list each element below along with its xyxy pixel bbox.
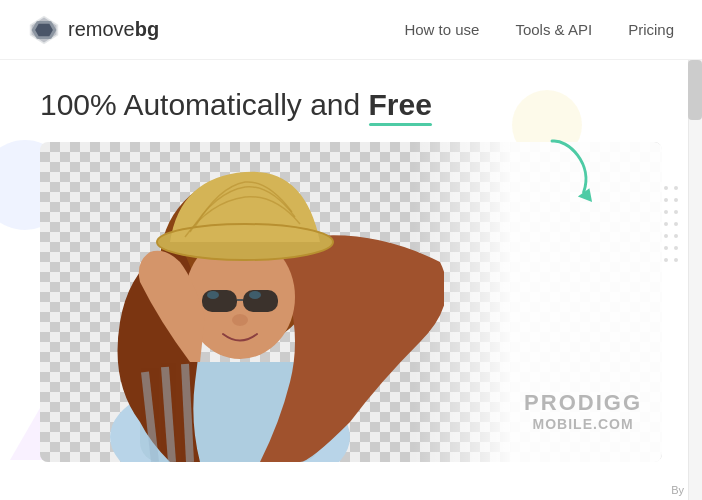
logo-icon xyxy=(28,14,60,46)
svg-point-6 xyxy=(664,198,668,202)
svg-point-12 xyxy=(674,186,678,190)
attribution: By xyxy=(671,484,684,496)
navbar: removebg How to use Tools & API Pricing xyxy=(0,0,702,60)
svg-point-31 xyxy=(232,314,248,326)
svg-point-5 xyxy=(664,186,668,190)
logo-text: removebg xyxy=(68,18,159,41)
svg-point-14 xyxy=(674,210,678,214)
nav-link-pricing[interactable]: Pricing xyxy=(628,21,674,38)
scrollbar[interactable] xyxy=(688,60,702,500)
scrollbar-thumb[interactable] xyxy=(688,60,702,120)
svg-point-11 xyxy=(664,258,668,262)
svg-point-29 xyxy=(207,291,219,299)
hero-free-word: Free xyxy=(369,88,432,122)
svg-point-16 xyxy=(674,234,678,238)
svg-point-7 xyxy=(664,210,668,214)
svg-point-10 xyxy=(664,246,668,250)
svg-point-17 xyxy=(674,246,678,250)
svg-point-15 xyxy=(674,222,678,226)
svg-point-9 xyxy=(664,234,668,238)
svg-rect-26 xyxy=(202,290,237,312)
deco-dots xyxy=(662,180,680,284)
svg-point-30 xyxy=(249,291,261,299)
logo[interactable]: removebg xyxy=(28,14,159,46)
nav-link-tools-api[interactable]: Tools & API xyxy=(515,21,592,38)
svg-marker-3 xyxy=(35,23,53,35)
watermark: PRODIGG MOBILE.COM xyxy=(524,390,642,432)
svg-point-13 xyxy=(674,198,678,202)
svg-point-18 xyxy=(674,258,678,262)
svg-point-8 xyxy=(664,222,668,226)
deco-arrow xyxy=(525,124,618,221)
nav-link-how-to-use[interactable]: How to use xyxy=(404,21,479,38)
svg-rect-27 xyxy=(243,290,278,312)
woman-figure xyxy=(40,142,444,462)
hero-section: 100% Automatically and Free xyxy=(0,60,702,500)
hero-title: 100% Automatically and Free xyxy=(40,88,662,122)
